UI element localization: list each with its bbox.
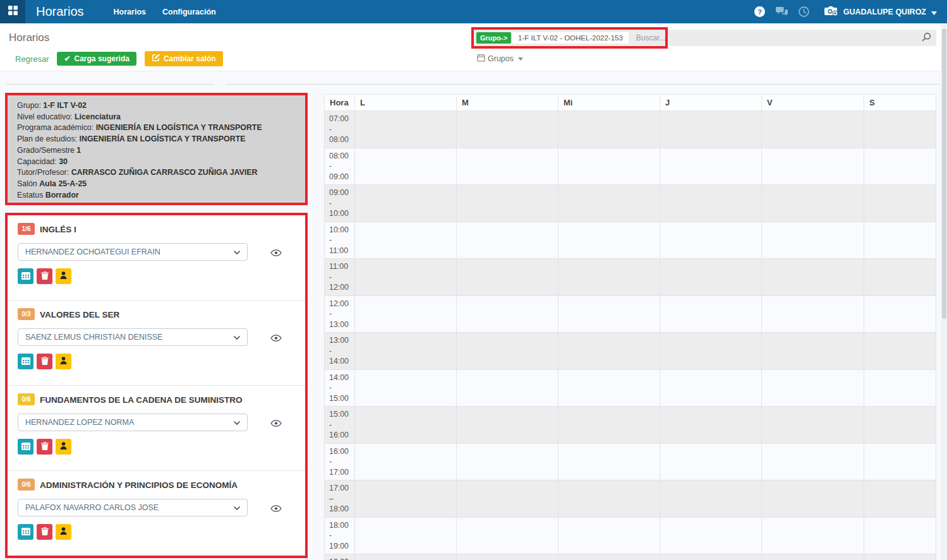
schedule-cell[interactable]	[355, 517, 457, 554]
schedule-cell[interactable]	[660, 517, 762, 554]
schedule-cell[interactable]	[558, 480, 660, 518]
schedule-cell[interactable]	[660, 148, 762, 185]
nav-link-horarios[interactable]: Horarios	[114, 8, 146, 16]
view-details-eye-icon[interactable]	[270, 503, 282, 515]
schedule-cell[interactable]	[762, 295, 864, 333]
schedule-cell[interactable]	[762, 111, 864, 148]
schedule-cell[interactable]	[864, 111, 936, 148]
suggested-load-button[interactable]: ✔ Carga sugerida	[57, 52, 136, 66]
schedule-cell[interactable]	[762, 259, 864, 296]
schedule-cell[interactable]	[660, 259, 762, 296]
delete-button[interactable]	[37, 268, 52, 284]
vertical-scrollbar[interactable]	[941, 23, 947, 560]
schedule-cell[interactable]	[864, 517, 936, 554]
schedule-cell[interactable]	[558, 333, 660, 370]
schedule-cell[interactable]	[762, 517, 864, 554]
schedule-cell[interactable]	[762, 222, 864, 259]
schedule-cell[interactable]	[864, 222, 936, 259]
schedule-cell[interactable]	[355, 111, 457, 148]
schedule-cell[interactable]	[864, 185, 936, 222]
schedule-cell[interactable]	[762, 148, 864, 185]
schedule-cell[interactable]	[660, 185, 762, 222]
schedule-cell[interactable]	[864, 554, 936, 560]
schedule-cell[interactable]	[457, 407, 558, 444]
schedule-cell[interactable]	[457, 259, 558, 296]
assign-teacher-button[interactable]	[56, 268, 71, 284]
schedule-calendar-button[interactable]	[18, 268, 33, 284]
schedule-cell[interactable]	[457, 222, 558, 259]
schedule-calendar-button[interactable]	[18, 354, 33, 369]
view-details-eye-icon[interactable]	[270, 333, 282, 344]
schedule-cell[interactable]	[660, 407, 762, 444]
schedule-cell[interactable]	[457, 185, 558, 222]
schedule-cell[interactable]	[355, 295, 457, 333]
delete-button[interactable]	[37, 439, 52, 455]
schedule-cell[interactable]	[355, 185, 457, 222]
schedule-cell[interactable]	[864, 443, 936, 480]
schedule-cell[interactable]	[660, 333, 762, 370]
apps-menu-button[interactable]	[0, 0, 25, 23]
schedule-cell[interactable]	[660, 222, 762, 259]
schedule-cell[interactable]	[355, 554, 457, 560]
schedule-cell[interactable]	[762, 443, 864, 480]
schedule-cell[interactable]	[864, 369, 936, 407]
schedule-cell[interactable]	[355, 333, 457, 370]
schedule-cell[interactable]	[660, 443, 762, 480]
schedule-cell[interactable]	[355, 222, 457, 259]
view-details-eye-icon[interactable]	[270, 418, 282, 429]
schedule-cell[interactable]	[762, 407, 864, 444]
schedule-cell[interactable]	[558, 443, 660, 480]
schedule-cell[interactable]	[457, 333, 558, 370]
schedule-cell[interactable]	[762, 480, 864, 518]
schedule-calendar-button[interactable]	[18, 439, 33, 455]
schedule-cell[interactable]	[355, 259, 457, 296]
schedule-calendar-button[interactable]	[18, 524, 33, 540]
change-room-button[interactable]: Cambiar salón	[145, 51, 223, 66]
delete-button[interactable]	[37, 354, 52, 369]
schedule-cell[interactable]	[355, 369, 457, 407]
schedule-cell[interactable]	[762, 554, 864, 560]
teacher-select[interactable]: HERNANDEZ OCHOATEGUI EFRAIN	[18, 243, 248, 261]
schedule-cell[interactable]	[457, 295, 558, 333]
user-menu[interactable]: GUADALUPE QUIROZ	[824, 5, 937, 19]
schedule-cell[interactable]	[457, 148, 558, 185]
schedule-cell[interactable]	[457, 369, 558, 407]
search-input[interactable]	[636, 33, 922, 42]
nav-link-configuracion[interactable]: Configuración	[162, 8, 216, 16]
view-details-eye-icon[interactable]	[270, 247, 282, 259]
schedule-cell[interactable]	[558, 517, 660, 554]
back-link[interactable]: Regresar	[15, 54, 49, 64]
assign-teacher-button[interactable]	[56, 354, 71, 369]
schedule-cell[interactable]	[457, 480, 558, 518]
schedule-cell[interactable]	[864, 407, 936, 444]
schedule-cell[interactable]	[660, 295, 762, 333]
schedule-cell[interactable]	[355, 148, 457, 185]
schedule-cell[interactable]	[457, 111, 558, 148]
assign-teacher-button[interactable]	[56, 524, 71, 540]
schedule-cell[interactable]	[457, 443, 558, 480]
schedule-cell[interactable]	[864, 295, 936, 333]
schedule-cell[interactable]	[660, 111, 762, 148]
schedule-cell[interactable]	[558, 407, 660, 444]
groups-dropdown[interactable]: Grupos	[477, 54, 523, 64]
teacher-select[interactable]: HERNANDEZ LOPEZ NORMA	[18, 414, 248, 431]
schedule-cell[interactable]	[457, 517, 558, 554]
schedule-cell[interactable]	[558, 554, 660, 560]
schedule-cell[interactable]	[355, 480, 457, 518]
schedule-cell[interactable]	[762, 333, 864, 370]
schedule-cell[interactable]	[762, 369, 864, 407]
chat-icon[interactable]	[775, 6, 788, 17]
assign-teacher-button[interactable]	[56, 439, 71, 455]
schedule-cell[interactable]	[864, 333, 936, 370]
teacher-select[interactable]: PALAFOX NAVARRO CARLOS JOSE	[18, 499, 248, 516]
delete-button[interactable]	[37, 524, 52, 540]
schedule-cell[interactable]	[355, 407, 457, 444]
schedule-cell[interactable]	[558, 111, 660, 148]
schedule-cell[interactable]	[660, 554, 762, 560]
schedule-cell[interactable]	[355, 443, 457, 480]
teacher-select[interactable]: SAENZ LEMUS CHRISTIAN DENISSE	[18, 328, 248, 346]
schedule-cell[interactable]	[558, 369, 660, 407]
schedule-cell[interactable]	[660, 480, 762, 518]
schedule-cell[interactable]	[558, 295, 660, 333]
schedule-cell[interactable]	[558, 222, 660, 259]
